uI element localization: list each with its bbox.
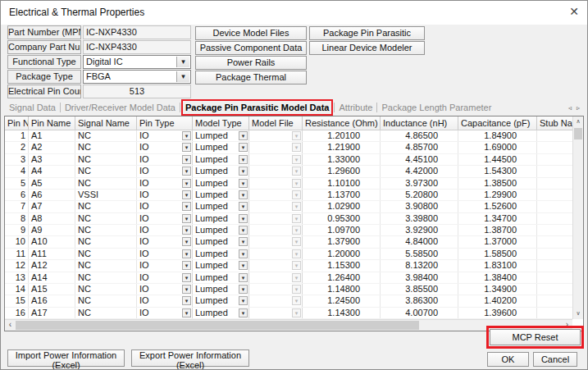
tab-driver-receiver-model-data[interactable]: Driver/Receiver Model Data	[62, 101, 179, 114]
mcp-reset-button[interactable]: MCP Reset	[490, 329, 581, 345]
table-row[interactable]: 11A11NCIO▾Lumped▾▾1.200005.585001.58500	[5, 249, 583, 260]
tab-scroll-right-icon[interactable]: ▹	[577, 104, 580, 112]
cell-model-type: Lumped▾	[193, 190, 249, 200]
chevron-down-icon[interactable]: ▾	[182, 237, 191, 246]
tab-package-length-parameter[interactable]: Package Length Parameter	[378, 101, 495, 114]
chevron-down-icon[interactable]: ▾	[182, 296, 191, 305]
chevron-down-icon[interactable]: ▾	[239, 249, 248, 258]
chevron-down-icon[interactable]: ▾	[239, 190, 248, 199]
table-row[interactable]: 10A10NCIO▾Lumped▾▾1.379004.840001.37000	[5, 236, 583, 248]
tab-scroll-left-icon[interactable]: ◃	[568, 104, 572, 112]
vertical-scrollbar[interactable]: ∧ ∨	[572, 116, 583, 319]
chevron-down-icon[interactable]: ▾	[182, 202, 191, 211]
horizontal-scrollbar-thumb[interactable]	[16, 321, 419, 330]
chevron-down-icon[interactable]: ▾	[182, 167, 191, 176]
model-type-value: Lumped	[195, 213, 228, 223]
chevron-down-icon[interactable]: ▾	[182, 273, 191, 282]
tab-separator	[180, 103, 180, 112]
chevron-down-icon[interactable]: ▾	[239, 261, 248, 270]
chevron-down-icon[interactable]: ▾	[239, 273, 248, 282]
chevron-down-icon[interactable]: ▾	[176, 71, 189, 82]
cell-pin-type: IO▾	[137, 178, 193, 189]
table-row[interactable]: 8A8NCIO▾Lumped▾▾0.953003.398001.34700	[5, 213, 583, 225]
chevron-down-icon[interactable]: ▾	[182, 249, 191, 258]
tab-attribute[interactable]: Attribute	[335, 101, 376, 114]
cell-model-type: Lumped▾	[193, 225, 249, 235]
table-row[interactable]: 4A4NCIO▾Lumped▾▾1.296004.420001.54300	[5, 166, 583, 177]
table-row[interactable]: 14A15NCIO▾Lumped▾▾1.148003.855001.34900	[5, 284, 583, 295]
package-pin-parasitic-modeler-button[interactable]: Package Pin Parasitic Modeler	[309, 26, 425, 40]
chevron-down-icon[interactable]: ▾	[239, 237, 248, 246]
tab-package-pin-parasitic-model-data[interactable]: Package Pin Parasitic Model Data	[181, 99, 333, 116]
power-rails-button[interactable]: Power Rails	[195, 56, 307, 70]
table-row[interactable]: 5A5NCIO▾Lumped▾▾1.101003.973001.38500	[5, 178, 583, 190]
part-number-mpn-field[interactable]: IC-NXP4330	[83, 25, 191, 39]
cell-res: 1.10100	[303, 178, 381, 189]
chevron-down-icon[interactable]: ▾	[182, 179, 191, 188]
table-row[interactable]: 1A1NCIO▾Lumped▾▾1.201004.865001.84900	[5, 130, 583, 142]
chevron-down-icon[interactable]: ▾	[239, 202, 248, 211]
chevron-down-icon[interactable]: ▾	[239, 143, 248, 152]
chevron-down-icon: ▾	[292, 296, 301, 305]
package-type-dropdown[interactable]: FBGA▾	[83, 70, 191, 84]
chevron-down-icon[interactable]: ▾	[182, 155, 191, 164]
column-header-pin-no[interactable]: Pin No	[5, 116, 29, 130]
chevron-down-icon[interactable]: ▾	[239, 296, 248, 305]
chevron-down-icon[interactable]: ▾	[182, 285, 191, 294]
cancel-button[interactable]: Cancel	[533, 352, 577, 367]
table-row[interactable]: 15A16NCIO▾Lumped▾▾1.245003.863001.40200	[5, 295, 583, 307]
chevron-down-icon[interactable]: ▾	[182, 214, 191, 223]
import-power-information-button[interactable]: Import Power Information (Excel)	[7, 349, 125, 367]
chevron-down-icon[interactable]: ▾	[239, 131, 248, 140]
chevron-down-icon[interactable]: ▾	[239, 167, 248, 176]
table-row[interactable]: 3A3NCIO▾Lumped▾▾1.330004.451001.44500	[5, 154, 583, 166]
table-row[interactable]: 2A2NCIO▾Lumped▾▾1.219004.857001.69000	[5, 142, 583, 153]
chevron-down-icon[interactable]: ▾	[239, 155, 248, 164]
chevron-down-icon[interactable]: ▾	[239, 179, 248, 188]
close-icon[interactable]: ✕	[569, 5, 579, 18]
ok-button[interactable]: OK	[487, 352, 529, 367]
company-part-number-field[interactable]: IC-NXP4330	[83, 40, 191, 54]
chevron-down-icon[interactable]: ▾	[182, 226, 191, 235]
column-header-model-file[interactable]: Model File	[249, 116, 303, 130]
passive-component-data-button[interactable]: Passive Component Data	[195, 41, 307, 55]
chevron-down-icon[interactable]: ▾	[176, 57, 189, 67]
column-header-model-type[interactable]: Model Type	[193, 116, 249, 130]
export-power-information-button[interactable]: Export Power Information (Excel)	[131, 349, 249, 367]
functional-type-dropdown[interactable]: Digital IC▾	[83, 55, 191, 69]
column-header-signal-name[interactable]: Signal Name	[75, 116, 137, 130]
cell-pin-type: IO▾	[137, 142, 193, 153]
chevron-down-icon[interactable]: ▾	[239, 214, 248, 223]
scroll-down-icon[interactable]: ∨	[573, 308, 583, 319]
column-header-pin-name[interactable]: Pin Name	[29, 116, 75, 130]
tab-separator	[334, 103, 335, 112]
table-row[interactable]: 12A12NCIO▾Lumped▾▾1.153008.132001.83100	[5, 260, 583, 272]
chevron-down-icon[interactable]: ▾	[182, 190, 191, 199]
chevron-down-icon[interactable]: ▾	[239, 226, 248, 235]
table-row[interactable]: 6A6VSSIIO▾Lumped▾▾1.137005.208001.29900	[5, 190, 583, 201]
column-header-inductance-nh[interactable]: Inductance (nH)	[381, 116, 458, 130]
table-row[interactable]: 16A17NCIO▾Lumped▾▾1.143004.007001.39600	[5, 308, 583, 319]
chevron-down-icon[interactable]: ▾	[182, 261, 191, 270]
package-thermal-button[interactable]: Package Thermal	[195, 71, 307, 85]
tab-signal-data[interactable]: Signal Data	[6, 101, 59, 114]
cell-res: 1.24500	[303, 295, 381, 306]
chevron-down-icon[interactable]: ▾	[239, 308, 248, 317]
linear-device-modeler-button[interactable]: Linear Device Modeler	[309, 41, 425, 55]
column-header-capacitance-pf[interactable]: Capacitance (pF)	[458, 116, 537, 130]
cell-model-type: Lumped▾	[193, 178, 249, 189]
chevron-down-icon[interactable]: ▾	[182, 308, 191, 317]
table-row[interactable]: 13A14NCIO▾Lumped▾▾1.264003.984001.38400	[5, 272, 583, 284]
chevron-down-icon[interactable]: ▾	[239, 285, 248, 294]
vertical-scrollbar-thumb[interactable]	[574, 128, 582, 139]
column-header-pin-type[interactable]: Pin Type	[137, 116, 193, 130]
table-row[interactable]: 9A9NCIO▾Lumped▾▾1.097003.929001.38700	[5, 225, 583, 236]
scroll-left-icon[interactable]: ‹	[5, 320, 16, 331]
table-row[interactable]: 7A7NCIO▾Lumped▾▾1.029003.908001.52600	[5, 201, 583, 212]
chevron-down-icon[interactable]: ▾	[182, 143, 191, 152]
column-header-stub-nar[interactable]: Stub Nar	[537, 116, 572, 130]
scroll-up-icon[interactable]: ∧	[573, 116, 583, 127]
chevron-down-icon[interactable]: ▾	[182, 131, 191, 140]
device-model-files-button[interactable]: Device Model Files	[195, 26, 307, 40]
column-header-resistance-ohm[interactable]: Resistance (Ohm)	[303, 116, 381, 130]
